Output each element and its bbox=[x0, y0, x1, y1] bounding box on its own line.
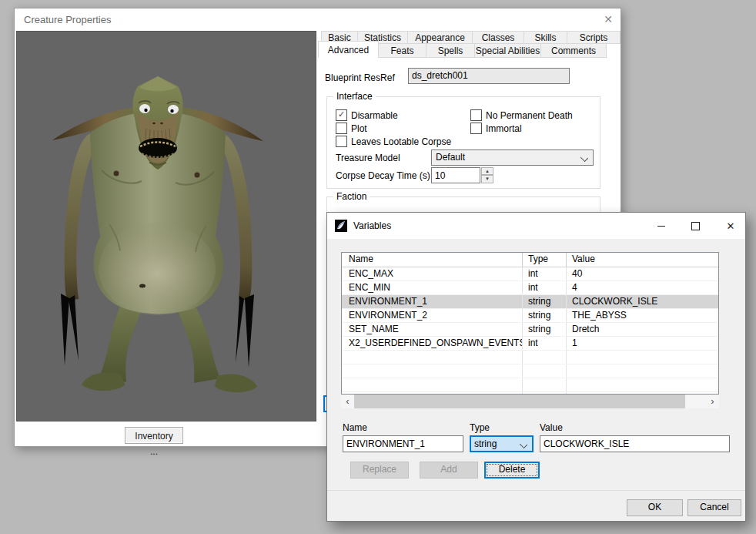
variables-window: Variables ✕ Name Type Value ENC_MAX int … bbox=[326, 212, 746, 522]
cell-value: THE_ABYSS bbox=[567, 309, 718, 322]
table-row-empty bbox=[342, 378, 718, 392]
spinner-down-button[interactable]: ▼ bbox=[481, 175, 493, 183]
tab-feats[interactable]: Feats bbox=[378, 43, 427, 58]
cell-value: 1 bbox=[567, 337, 718, 350]
type-dropdown-value: string bbox=[474, 437, 497, 451]
table-row-selected[interactable]: ENVIRONMENT_1 string CLOCKWORK_ISLE bbox=[342, 295, 718, 309]
checkbox-label: Leaves Lootable Corpse bbox=[351, 136, 451, 147]
cell-value: CLOCKWORK_ISLE bbox=[567, 295, 718, 308]
chevron-down-icon bbox=[520, 441, 527, 448]
scroll-left-icon[interactable]: ‹ bbox=[341, 395, 354, 408]
faction-group-title: Faction bbox=[333, 191, 370, 202]
replace-button[interactable]: Replace bbox=[350, 462, 409, 479]
column-header-name[interactable]: Name bbox=[342, 253, 523, 267]
value-input[interactable] bbox=[540, 435, 730, 452]
checkbox-unchecked-icon[interactable] bbox=[336, 136, 347, 147]
cell-type: string bbox=[523, 309, 567, 322]
cell-type: int bbox=[523, 267, 567, 280]
tab-appearance[interactable]: Appearance bbox=[407, 31, 473, 44]
checkbox-unchecked-icon[interactable] bbox=[470, 123, 482, 134]
cell-type: string bbox=[523, 323, 567, 336]
checkbox-disarmable[interactable]: ✓ Disarmable bbox=[336, 109, 398, 121]
editor-type-label: Type bbox=[470, 422, 490, 433]
cell-type: int bbox=[523, 281, 567, 294]
treasure-model-value: Default bbox=[436, 150, 465, 165]
table-row-empty bbox=[342, 364, 718, 378]
tab-spells[interactable]: Spells bbox=[426, 43, 475, 58]
treasure-model-label: Treasure Model bbox=[336, 153, 400, 163]
column-header-type[interactable]: Type bbox=[523, 253, 567, 267]
table-row-empty bbox=[342, 351, 718, 364]
editor-value-label: Value bbox=[540, 422, 563, 433]
cell-name: ENVIRONMENT_2 bbox=[342, 309, 523, 322]
inventory-button[interactable]: Inventory ... bbox=[125, 427, 183, 444]
tab-skills[interactable]: Skills bbox=[524, 31, 567, 44]
delete-button[interactable]: Delete bbox=[484, 462, 540, 479]
tab-advanced[interactable]: Advanced bbox=[318, 41, 379, 58]
creature-preview-viewport[interactable] bbox=[16, 31, 316, 421]
table-header: Name Type Value bbox=[342, 253, 718, 267]
table-row[interactable]: SET_NAME string Dretch bbox=[342, 323, 718, 337]
treasure-model-dropdown[interactable]: Default bbox=[431, 149, 594, 166]
cell-name: ENC_MIN bbox=[342, 281, 523, 294]
maximize-button[interactable] bbox=[682, 213, 708, 239]
checkbox-unchecked-icon[interactable] bbox=[470, 109, 482, 121]
minimize-icon bbox=[657, 226, 665, 227]
table-row[interactable]: ENC_MIN int 4 bbox=[342, 281, 718, 295]
cell-name: X2_USERDEFINED_ONSPAWN_EVENTS bbox=[342, 337, 523, 350]
checkbox-leaves-lootable-corpse[interactable]: Leaves Lootable Corpse bbox=[336, 136, 451, 147]
type-dropdown[interactable]: string bbox=[470, 435, 534, 452]
tab-scripts[interactable]: Scripts bbox=[567, 31, 621, 44]
variables-title: Variables bbox=[353, 213, 391, 239]
scroll-right-icon[interactable]: › bbox=[706, 395, 719, 408]
add-button[interactable]: Add bbox=[420, 462, 478, 479]
creature-properties-title: Creature Properties bbox=[24, 8, 111, 31]
name-input[interactable] bbox=[343, 435, 463, 452]
scrollbar-thumb[interactable] bbox=[354, 395, 685, 408]
cancel-button[interactable]: Cancel bbox=[687, 499, 741, 516]
table-row[interactable]: ENVIRONMENT_2 string THE_ABYSS bbox=[342, 309, 718, 323]
cell-value: 4 bbox=[567, 281, 718, 294]
column-header-value[interactable]: Value bbox=[567, 253, 718, 267]
checkbox-plot[interactable]: Plot bbox=[336, 123, 367, 134]
blueprint-resref-label: Blueprint ResRef bbox=[325, 72, 395, 83]
cell-name: SET_NAME bbox=[342, 323, 523, 336]
checkbox-unchecked-icon[interactable] bbox=[336, 123, 347, 134]
desktop: Creature Properties ✕ bbox=[0, 0, 756, 534]
maximize-icon bbox=[691, 222, 700, 230]
horizontal-scrollbar[interactable]: ‹ › bbox=[341, 395, 719, 408]
cell-value: 40 bbox=[567, 267, 718, 280]
checkbox-label: Disarmable bbox=[351, 110, 398, 121]
creature-model-image bbox=[17, 32, 316, 421]
variables-footer: OK Cancel bbox=[327, 490, 745, 521]
creature-properties-titlebar[interactable]: Creature Properties ✕ bbox=[15, 8, 621, 31]
close-icon: ✕ bbox=[727, 221, 735, 231]
variables-titlebar[interactable]: Variables ✕ bbox=[327, 213, 745, 239]
checkbox-no-permanent-death[interactable]: No Permanent Death bbox=[470, 109, 573, 121]
variables-table[interactable]: Name Type Value ENC_MAX int 40 ENC_MIN i… bbox=[341, 252, 719, 395]
checkbox-immortal[interactable]: Immortal bbox=[470, 123, 522, 134]
variables-window-icon bbox=[335, 220, 347, 232]
interface-group-title: Interface bbox=[333, 91, 376, 102]
close-button[interactable]: ✕ bbox=[718, 213, 744, 239]
table-row[interactable]: ENC_MAX int 40 bbox=[342, 267, 718, 281]
corpse-decay-input[interactable] bbox=[431, 167, 480, 183]
tab-classes[interactable]: Classes bbox=[472, 31, 524, 44]
cell-type: int bbox=[523, 337, 567, 350]
checkbox-label: No Permanent Death bbox=[486, 110, 573, 121]
checkbox-label: Plot bbox=[351, 123, 367, 134]
checkbox-label: Immortal bbox=[486, 123, 522, 134]
minimize-button[interactable] bbox=[648, 213, 674, 239]
spinner-up-button[interactable]: ▲ bbox=[481, 167, 493, 175]
chevron-down-icon bbox=[580, 154, 588, 162]
checkbox-checked-icon[interactable]: ✓ bbox=[336, 109, 347, 121]
ok-button[interactable]: OK bbox=[627, 499, 683, 516]
tab-comments[interactable]: Comments bbox=[540, 43, 607, 58]
cell-name: ENVIRONMENT_1 bbox=[342, 295, 523, 308]
cell-type: string bbox=[523, 295, 567, 308]
cell-value: Dretch bbox=[567, 323, 718, 336]
table-row[interactable]: X2_USERDEFINED_ONSPAWN_EVENTS int 1 bbox=[342, 337, 718, 351]
tab-special-abilities[interactable]: Special Abilities bbox=[474, 43, 541, 58]
blueprint-resref-field[interactable]: ds_dretch001 bbox=[408, 68, 570, 84]
close-icon[interactable]: ✕ bbox=[599, 10, 617, 29]
